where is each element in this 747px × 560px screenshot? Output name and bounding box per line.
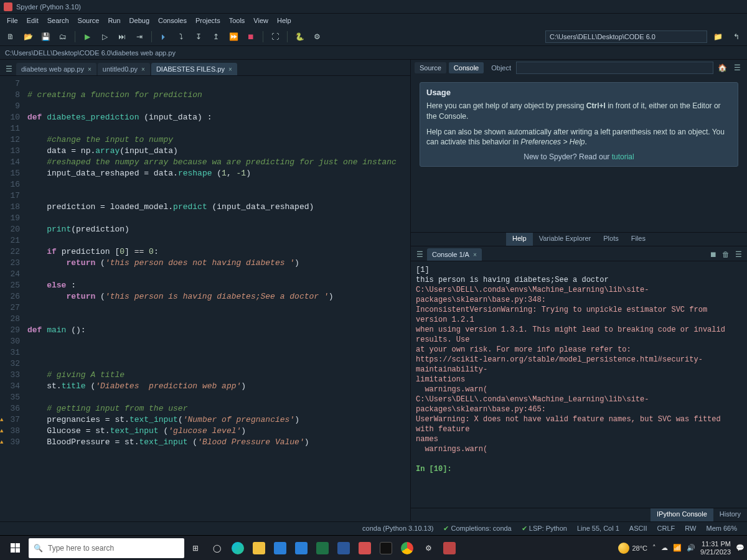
excel-icon[interactable]: [312, 538, 332, 558]
open-file-icon[interactable]: 📂: [20, 29, 36, 44]
run-cell-advance-icon[interactable]: ⏭: [114, 29, 130, 44]
edge-icon[interactable]: [228, 538, 248, 558]
menu-file[interactable]: File: [2, 16, 22, 26]
python-path-icon[interactable]: 🐍: [291, 29, 308, 44]
console-options-icon[interactable]: ☰: [732, 248, 745, 261]
console-clear-icon[interactable]: 🗑: [720, 248, 732, 261]
store-icon[interactable]: [270, 538, 290, 558]
task-view-icon[interactable]: ⊞: [186, 538, 205, 558]
console-interrupt-icon[interactable]: ⏹: [707, 248, 720, 261]
spyder-icon: [4, 2, 12, 11]
tray-chevron-icon[interactable]: ˄: [652, 544, 656, 552]
close-icon[interactable]: ×: [473, 251, 477, 258]
word-icon[interactable]: [334, 538, 354, 558]
weather-widget[interactable]: 28°C: [618, 543, 647, 554]
run-selection-icon[interactable]: ⇥: [131, 29, 148, 44]
debug-stop-icon[interactable]: ⏹: [243, 29, 259, 44]
close-icon[interactable]: ×: [228, 66, 232, 73]
help-console-tab[interactable]: Console: [449, 62, 484, 73]
console-output[interactable]: [1]this person is having diabetes;See a …: [411, 261, 747, 508]
cwd-input[interactable]: [545, 30, 707, 43]
menubar: File Edit Search Source Run Debug Consol…: [0, 14, 747, 27]
menu-search[interactable]: Search: [43, 16, 73, 26]
statusbar: conda (Python 3.10.13) ✔ Completions: co…: [0, 521, 747, 535]
app-title: Spyder (Python 3.10): [16, 3, 81, 11]
tutorial-link[interactable]: tutorial: [612, 152, 634, 161]
menu-view[interactable]: View: [249, 16, 273, 26]
menu-consoles[interactable]: Consoles: [154, 16, 191, 26]
notifications-icon[interactable]: 💬: [736, 544, 745, 552]
debug-icon[interactable]: ⏵: [156, 29, 172, 44]
status-cursor-pos: Line 55, Col 1: [572, 525, 624, 533]
system-tray: 28°C ˄ ☁ 📶 🔊 11:31 PM 9/21/2023 💬: [618, 540, 745, 556]
settings-icon[interactable]: ⚙: [418, 538, 438, 558]
history-tab[interactable]: History: [713, 508, 747, 521]
parent-dir-icon[interactable]: ↰: [728, 29, 745, 44]
chrome-icon[interactable]: [397, 538, 417, 558]
spyder-taskbar-icon[interactable]: [355, 538, 375, 558]
bottom-tab-variable-explorer[interactable]: Variable Explorer: [533, 233, 598, 246]
file-explorer-icon[interactable]: [249, 538, 269, 558]
search-icon: 🔍: [34, 544, 43, 553]
menu-projects[interactable]: Projects: [191, 16, 225, 26]
tab-diabetes-web-app[interactable]: diabetes web app.py×: [16, 63, 96, 75]
new-file-icon[interactable]: 🗎: [2, 29, 19, 44]
debug-step-out-icon[interactable]: ↥: [208, 29, 224, 44]
help-object-label: Object: [486, 64, 514, 72]
close-icon[interactable]: ×: [88, 66, 92, 73]
start-button[interactable]: [2, 538, 27, 558]
help-options-icon[interactable]: ☰: [731, 62, 743, 74]
save-icon[interactable]: 💾: [37, 29, 54, 44]
weather-temp: 28°C: [632, 544, 647, 552]
code-editor[interactable]: 7891011121314151617181920212223242526272…: [0, 76, 410, 521]
mail-icon[interactable]: [291, 538, 311, 558]
tab-diabestes-files[interactable]: DIABESTES FILES.py×: [151, 63, 237, 75]
file-path-bar: C:\Users\DELL\Desktop\CODE 6.0\diabetes …: [0, 46, 747, 60]
tray-volume-icon[interactable]: 🔊: [687, 544, 695, 552]
console-tab-list-icon[interactable]: ☰: [413, 248, 426, 261]
usage-title: Usage: [426, 88, 731, 97]
app-icon[interactable]: [439, 538, 459, 558]
preferences-icon[interactable]: ⚙: [309, 29, 325, 44]
menu-tools[interactable]: Tools: [225, 16, 250, 26]
console-tab[interactable]: Console 1/A×: [427, 248, 482, 261]
save-all-icon[interactable]: 🗂: [55, 29, 71, 44]
run-icon[interactable]: ▶: [79, 29, 95, 44]
menu-source[interactable]: Source: [73, 16, 104, 26]
status-lsp: ✔ LSP: Python: [517, 525, 572, 533]
help-usage-box: Usage Here you can get help of any objec…: [420, 82, 738, 167]
maximize-pane-icon[interactable]: ⛶: [267, 29, 283, 44]
help-object-input[interactable]: [516, 62, 713, 74]
menu-edit[interactable]: Edit: [22, 16, 43, 26]
taskbar-search[interactable]: 🔍 Type here to search: [29, 538, 184, 558]
debug-step-icon[interactable]: ⤵: [173, 29, 189, 44]
cortana-icon[interactable]: ◯: [207, 538, 227, 558]
close-icon[interactable]: ×: [141, 66, 145, 73]
help-source-tab[interactable]: Source: [415, 62, 446, 73]
menu-run[interactable]: Run: [103, 16, 125, 26]
bottom-tab-help[interactable]: Help: [506, 233, 533, 246]
menu-help[interactable]: Help: [273, 16, 296, 26]
status-env[interactable]: conda (Python 3.10.13): [357, 525, 438, 533]
ipython-console-tab[interactable]: IPython Console: [651, 508, 713, 521]
bottom-tab-plots[interactable]: Plots: [597, 233, 624, 246]
browse-dir-icon[interactable]: 📁: [710, 29, 726, 44]
titlebar: Spyder (Python 3.10): [0, 0, 747, 14]
help-bottom-tabs: Help Variable Explorer Plots Files: [411, 232, 747, 246]
debug-continue-icon[interactable]: ⏩: [225, 29, 242, 44]
status-rw: RW: [680, 525, 701, 533]
cmd-icon[interactable]: [376, 538, 396, 558]
debug-step-into-icon[interactable]: ↧: [190, 29, 207, 44]
tab-untitled0[interactable]: untitled0.py×: [98, 63, 150, 75]
tray-wifi-icon[interactable]: 📶: [673, 544, 682, 552]
windows-taskbar: 🔍 Type here to search ⊞ ◯ ⚙ 28°C ˄ ☁ 📶 🔊…: [0, 535, 747, 560]
editor-tabs: ☰ diabetes web app.py× untitled0.py× DIA…: [0, 60, 410, 76]
tray-cloud-icon[interactable]: ☁: [661, 544, 668, 552]
bottom-tab-files[interactable]: Files: [625, 233, 652, 246]
tab-list-icon[interactable]: ☰: [2, 63, 15, 75]
help-home-icon[interactable]: 🏠: [716, 62, 728, 74]
clock[interactable]: 11:31 PM 9/21/2023: [700, 540, 731, 556]
console-pane: ☰ Console 1/A× ⏹ 🗑 ☰ [1]this person is h…: [411, 246, 747, 521]
run-cell-icon[interactable]: ▷: [96, 29, 113, 44]
menu-debug[interactable]: Debug: [125, 16, 154, 26]
